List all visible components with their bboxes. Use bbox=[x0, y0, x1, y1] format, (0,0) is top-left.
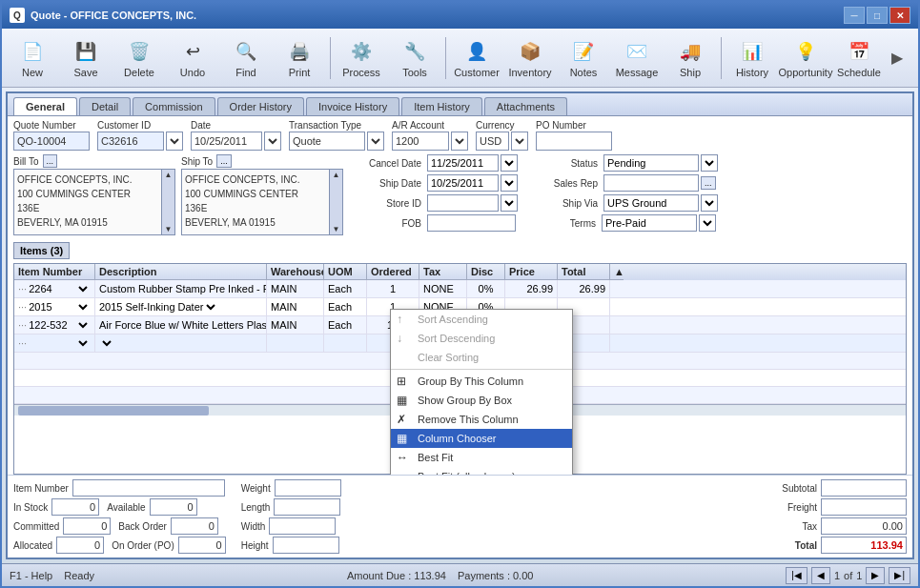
committed-input[interactable] bbox=[63, 517, 111, 535]
quote-number-input[interactable] bbox=[13, 132, 90, 151]
ship-via-input[interactable] bbox=[603, 194, 699, 212]
date-select[interactable] bbox=[264, 132, 281, 151]
ship-date-select[interactable] bbox=[501, 174, 518, 192]
message-button[interactable]: ✉️ Message bbox=[612, 33, 662, 83]
notes-button[interactable]: 📝 Notes bbox=[559, 33, 608, 83]
ship-button[interactable]: 🚚 Ship bbox=[665, 33, 715, 83]
total-input[interactable] bbox=[821, 537, 907, 554]
item-number-input-2[interactable] bbox=[29, 301, 75, 313]
toolbar-more[interactable]: ▶ bbox=[888, 49, 907, 67]
allocated-input[interactable] bbox=[56, 537, 104, 554]
h-scroll-thumb[interactable] bbox=[18, 406, 209, 416]
nav-last[interactable]: ▶| bbox=[889, 567, 910, 584]
terms-input[interactable] bbox=[602, 214, 697, 232]
ctx-remove-col[interactable]: ✗ Remove This Column bbox=[391, 410, 572, 429]
on-order-input[interactable] bbox=[178, 537, 226, 554]
item-number-select-3[interactable] bbox=[75, 319, 91, 332]
bill-to-scrollbar[interactable]: ▲ ▼ bbox=[162, 169, 175, 235]
weight-input[interactable] bbox=[275, 479, 341, 497]
tab-invoice-history[interactable]: Invoice History bbox=[306, 97, 399, 115]
col-header-disc[interactable]: Disc bbox=[467, 264, 505, 280]
tab-attachments[interactable]: Attachments bbox=[484, 97, 567, 115]
tab-commission[interactable]: Commission bbox=[133, 97, 215, 115]
customer-button[interactable]: 👤 Customer bbox=[452, 33, 501, 83]
col-header-warehouse[interactable]: Warehouse bbox=[267, 264, 324, 280]
find-button[interactable]: 🔍 Find bbox=[221, 33, 271, 83]
in-stock-input[interactable] bbox=[51, 498, 99, 516]
col-header-description[interactable]: Description bbox=[95, 264, 267, 280]
terms-select[interactable] bbox=[699, 214, 716, 232]
cancel-date-select[interactable] bbox=[501, 154, 518, 172]
item-number-input-4[interactable] bbox=[29, 337, 75, 349]
customer-id-select[interactable] bbox=[166, 132, 183, 151]
back-order-input[interactable] bbox=[171, 517, 218, 535]
restore-button[interactable]: □ bbox=[867, 7, 888, 24]
item-number-input-1[interactable] bbox=[29, 283, 75, 294]
store-id-input[interactable] bbox=[427, 194, 499, 212]
width-input[interactable] bbox=[269, 517, 336, 535]
tax-input[interactable] bbox=[821, 517, 907, 535]
col-header-tax[interactable]: Tax bbox=[419, 264, 467, 280]
status-input[interactable] bbox=[603, 154, 699, 172]
ship-via-select[interactable] bbox=[701, 194, 718, 212]
height-input[interactable] bbox=[273, 537, 339, 554]
nav-first[interactable]: |◀ bbox=[786, 567, 808, 584]
desc-select-2[interactable] bbox=[203, 301, 218, 314]
new-button[interactable]: 📄 New bbox=[8, 33, 57, 83]
ctx-best-fit-all[interactable]: Best Fit (all columns) bbox=[391, 467, 572, 475]
schedule-button[interactable]: 📅 Schedule bbox=[834, 33, 884, 83]
desc-select-4[interactable] bbox=[99, 337, 114, 350]
history-button[interactable]: 📊 History bbox=[727, 33, 777, 83]
minimize-button[interactable]: ─ bbox=[844, 7, 865, 24]
close-button[interactable]: ✕ bbox=[889, 7, 910, 24]
store-id-select[interactable] bbox=[501, 194, 518, 212]
process-button[interactable]: ⚙️ Process bbox=[337, 33, 386, 83]
ctx-best-fit[interactable]: ↔ Best Fit bbox=[391, 448, 572, 467]
cancel-date-input[interactable] bbox=[427, 154, 499, 172]
item-number-select-2[interactable] bbox=[75, 301, 91, 314]
tab-detail[interactable]: Detail bbox=[79, 97, 131, 115]
item-number-select-4[interactable] bbox=[75, 337, 91, 350]
nav-next[interactable]: ▶ bbox=[866, 567, 885, 584]
ship-date-input[interactable] bbox=[427, 174, 499, 192]
bottom-item-number[interactable] bbox=[72, 479, 225, 497]
currency-input[interactable] bbox=[476, 132, 509, 151]
ctx-group-col[interactable]: ⊞ Group By This Column bbox=[391, 372, 572, 391]
transaction-type-input[interactable] bbox=[289, 132, 365, 151]
opportunity-button[interactable]: 💡 Opportunity bbox=[781, 33, 830, 83]
ar-account-input[interactable] bbox=[392, 132, 449, 151]
inventory-button[interactable]: 📦 Inventory bbox=[505, 33, 555, 83]
sales-rep-input[interactable] bbox=[603, 174, 699, 192]
undo-button[interactable]: ↩ Undo bbox=[168, 33, 217, 83]
freight-input[interactable] bbox=[821, 498, 907, 516]
col-header-uom[interactable]: UOM bbox=[324, 264, 367, 280]
col-header-item-number[interactable]: Item Number bbox=[14, 264, 95, 280]
ctx-col-chooser[interactable]: ▦ Column Chooser bbox=[391, 429, 572, 448]
length-input[interactable] bbox=[274, 498, 340, 516]
ctx-sort-asc[interactable]: ↑ Sort Ascending bbox=[391, 310, 572, 329]
customer-id-input[interactable] bbox=[97, 132, 164, 151]
item-number-input-3[interactable] bbox=[29, 319, 75, 331]
ctx-clear-sort[interactable]: Clear Sorting bbox=[391, 348, 572, 367]
status-select[interactable] bbox=[701, 154, 718, 172]
col-header-ordered[interactable]: Ordered bbox=[367, 264, 419, 280]
nav-prev[interactable]: ◀ bbox=[811, 567, 830, 584]
currency-select[interactable] bbox=[511, 132, 528, 151]
po-number-input[interactable] bbox=[536, 132, 612, 151]
col-header-price[interactable]: Price bbox=[505, 264, 558, 280]
ctx-show-group[interactable]: ▦ Show Group By Box bbox=[391, 391, 572, 410]
item-number-select-1[interactable] bbox=[75, 283, 91, 295]
tab-item-history[interactable]: Item History bbox=[401, 97, 482, 115]
bill-to-ellipsis[interactable]: ... bbox=[43, 154, 58, 168]
transaction-type-select[interactable] bbox=[367, 132, 384, 151]
fob-input[interactable] bbox=[427, 214, 516, 232]
tab-order-history[interactable]: Order History bbox=[217, 97, 304, 115]
delete-button[interactable]: 🗑️ Delete bbox=[114, 33, 164, 83]
subtotal-input[interactable] bbox=[821, 479, 907, 497]
tools-button[interactable]: 🔧 Tools bbox=[390, 33, 440, 83]
date-input[interactable] bbox=[191, 132, 262, 151]
ctx-sort-desc[interactable]: ↓ Sort Descending bbox=[391, 329, 572, 348]
ship-to-scrollbar[interactable]: ▲ ▼ bbox=[330, 169, 343, 235]
print-button[interactable]: 🖨️ Print bbox=[275, 33, 324, 83]
ar-account-select[interactable] bbox=[451, 132, 468, 151]
